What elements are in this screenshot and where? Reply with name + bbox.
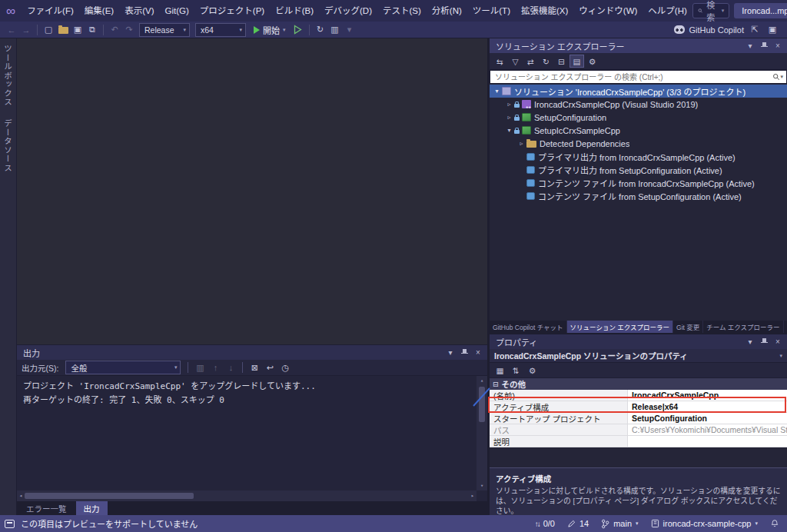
tab-output[interactable]: 出力 bbox=[76, 501, 108, 515]
word-wrap-icon[interactable]: ↩ bbox=[263, 361, 277, 374]
property-row-startup-project[interactable]: スタートアップ プロジェクト SetupConfiguration bbox=[490, 413, 787, 424]
github-copilot-button[interactable]: GitHub Copilot ⇱ ▣ bbox=[674, 23, 782, 37]
output-panel-header[interactable]: 出力 ▾ × bbox=[17, 345, 487, 360]
output-content[interactable]: プロジェクト 'IroncadCrxSampleCpp' をアップグレードしてい… bbox=[17, 376, 487, 501]
switch-views-icon[interactable]: ⇆ bbox=[493, 55, 507, 68]
menu-edit[interactable]: 編集(E) bbox=[79, 0, 119, 22]
menu-git[interactable]: Git(G) bbox=[160, 0, 194, 22]
pin-icon[interactable] bbox=[458, 347, 470, 358]
tree-item-project[interactable]: ▹ IroncadCrxSampleCpp (Visual Studio 201… bbox=[490, 98, 787, 111]
tree-item-output[interactable]: プライマリ出力 from IroncadCrxSampleCpp (Active… bbox=[490, 150, 787, 163]
toolbar-overflow-icon[interactable]: ▾ bbox=[343, 23, 357, 37]
solution-explorer-header[interactable]: ソリューション エクスプローラー ▾ × bbox=[490, 38, 787, 53]
property-pages-icon[interactable]: ⚙ bbox=[525, 364, 540, 377]
solution-configurations-dropdown[interactable]: Release▾ bbox=[139, 23, 190, 37]
commits-sync-status[interactable]: ↑↓ 0/0 bbox=[535, 519, 555, 528]
refresh-icon[interactable]: ↻ bbox=[539, 55, 553, 68]
quick-search-box[interactable]: 検索 ▾ bbox=[692, 3, 730, 18]
pin-icon[interactable] bbox=[758, 40, 770, 52]
chevron-down-icon[interactable]: ▾ bbox=[492, 88, 502, 95]
background-tasks-icon[interactable] bbox=[5, 520, 15, 528]
menu-analyze[interactable]: 分析(N) bbox=[427, 0, 467, 22]
property-value[interactable]: IroncadCrxSampleCpp bbox=[628, 390, 787, 401]
open-file-icon[interactable] bbox=[56, 23, 70, 37]
save-all-icon[interactable]: ⧉ bbox=[85, 23, 99, 37]
close-icon[interactable]: × bbox=[772, 40, 784, 52]
scrollbar-thumb[interactable] bbox=[25, 493, 194, 499]
property-row-description[interactable]: 説明 bbox=[490, 436, 787, 447]
property-value[interactable] bbox=[628, 436, 787, 447]
tab-solution-explorer[interactable]: ソリューション エクスプローラー bbox=[567, 321, 673, 333]
solution-explorer-search[interactable]: ▾ bbox=[490, 70, 787, 84]
close-icon[interactable]: × bbox=[472, 347, 484, 358]
show-timestamps-icon[interactable]: ◷ bbox=[278, 361, 292, 374]
scroll-right-icon[interactable]: ▸ bbox=[471, 491, 474, 500]
menu-help[interactable]: ヘルプ(H) bbox=[643, 0, 692, 22]
property-value[interactable]: SetupConfiguration bbox=[628, 413, 787, 424]
close-icon[interactable]: × bbox=[772, 336, 784, 347]
save-icon[interactable]: ▣ bbox=[71, 23, 85, 37]
tree-item-project[interactable]: ▾ SetupIcCrxSampleCpp bbox=[490, 124, 787, 137]
scroll-down-icon[interactable]: ▾ bbox=[480, 481, 483, 490]
find-in-files-icon[interactable]: ▥ bbox=[328, 23, 342, 37]
copilot-open-chat-icon[interactable]: ⇱ bbox=[748, 23, 762, 37]
navigate-back-icon[interactable]: ← bbox=[5, 23, 18, 37]
property-row-name[interactable]: (名前) IroncadCrxSampleCpp bbox=[490, 390, 787, 401]
property-value[interactable]: Release|x64 bbox=[628, 401, 787, 412]
categorized-icon[interactable]: ▦ bbox=[493, 364, 507, 377]
tree-item-folder[interactable]: ▹ Detected Dependencies bbox=[490, 137, 787, 150]
menu-view[interactable]: 表示(V) bbox=[119, 0, 159, 22]
window-position-icon[interactable]: ▾ bbox=[444, 347, 457, 358]
filter-icon[interactable]: ▽ bbox=[508, 55, 523, 68]
window-position-icon[interactable]: ▾ bbox=[744, 40, 756, 52]
data-sources-tab[interactable]: データソース bbox=[2, 119, 14, 172]
pending-edits-status[interactable]: 14 bbox=[567, 519, 589, 528]
tree-item-output[interactable]: コンテンツ ファイル from IroncadCrxSampleCpp (Act… bbox=[490, 176, 787, 189]
tab-error-list[interactable]: エラー一覧 bbox=[18, 501, 75, 515]
hot-reload-icon[interactable]: ↻ bbox=[314, 23, 327, 37]
chevron-right-icon[interactable]: ▹ bbox=[504, 114, 514, 121]
scroll-up-icon[interactable]: ▴ bbox=[480, 376, 483, 385]
property-category-row[interactable]: ⊟ その他 bbox=[490, 378, 787, 390]
undo-icon[interactable]: ↶ bbox=[108, 23, 121, 37]
branch-selector[interactable]: main ▾ bbox=[601, 519, 638, 529]
menu-build[interactable]: ビルド(B) bbox=[270, 0, 319, 22]
tree-item-project[interactable]: ▹ SetupConfiguration bbox=[490, 111, 787, 124]
tree-item-solution[interactable]: ▾ ソリューション 'IroncadCrxSampleCpp' (3/3 のプロ… bbox=[490, 85, 787, 98]
window-position-icon[interactable]: ▾ bbox=[744, 336, 756, 347]
clear-all-icon[interactable]: ⊠ bbox=[247, 361, 261, 374]
start-without-debugging-icon[interactable] bbox=[291, 23, 305, 37]
navigate-forward-icon[interactable]: → bbox=[19, 23, 33, 37]
tree-item-output[interactable]: コンテンツ ファイル from SetupConfiguration (Acti… bbox=[490, 189, 787, 202]
property-row-active-configuration[interactable]: アクティブ構成 Release|x64 bbox=[490, 401, 787, 413]
properties-header[interactable]: プロパティ ▾ × bbox=[490, 334, 787, 349]
chevron-right-icon[interactable]: ▹ bbox=[504, 101, 514, 108]
menu-test[interactable]: テスト(S) bbox=[377, 0, 427, 22]
properties-icon[interactable]: ⚙ bbox=[585, 55, 599, 68]
search-input[interactable] bbox=[490, 73, 772, 81]
menu-project[interactable]: プロジェクト(P) bbox=[194, 0, 270, 22]
menu-debug[interactable]: デバッグ(D) bbox=[319, 0, 377, 22]
properties-object-dropdown[interactable]: IroncadCrxSampleCpp ソリューションのプロパティ ▾ bbox=[490, 349, 787, 363]
find-message-icon[interactable]: ▥ bbox=[193, 361, 207, 374]
collapse-icon[interactable]: ⊟ bbox=[493, 381, 499, 388]
sync-with-active-document-icon[interactable]: ⇄ bbox=[523, 55, 538, 68]
go-to-previous-message-icon[interactable]: ↑ bbox=[208, 361, 222, 374]
tab-github-copilot-chat[interactable]: GitHub Copilot チャット bbox=[490, 321, 567, 333]
alphabetical-sort-icon[interactable]: ⇅ bbox=[509, 364, 523, 377]
chevron-right-icon[interactable]: ▹ bbox=[516, 140, 526, 147]
scroll-left-icon[interactable]: ◂ bbox=[19, 491, 22, 500]
vertical-scrollbar[interactable]: ▴ ▾ bbox=[477, 376, 487, 490]
menu-window[interactable]: ウィンドウ(W) bbox=[573, 0, 643, 22]
repository-selector[interactable]: ironcad-crx-sample-cpp ▾ bbox=[651, 519, 758, 528]
toolbox-tab[interactable]: ツールボックス bbox=[2, 45, 14, 107]
tab-git-changes[interactable]: Git 変更 bbox=[673, 321, 703, 333]
chevron-down-icon[interactable]: ▾ bbox=[504, 127, 514, 134]
tree-item-output[interactable]: プライマリ出力 from SetupConfiguration (Active) bbox=[490, 163, 787, 176]
pin-icon[interactable] bbox=[758, 336, 770, 347]
go-to-next-message-icon[interactable]: ↓ bbox=[224, 361, 237, 374]
notifications-button[interactable] bbox=[770, 519, 779, 528]
tab-resource-view[interactable]: リソース ビュー bbox=[784, 321, 787, 333]
collapse-all-icon[interactable]: ⊟ bbox=[554, 55, 569, 68]
redo-icon[interactable]: ↷ bbox=[122, 23, 136, 37]
